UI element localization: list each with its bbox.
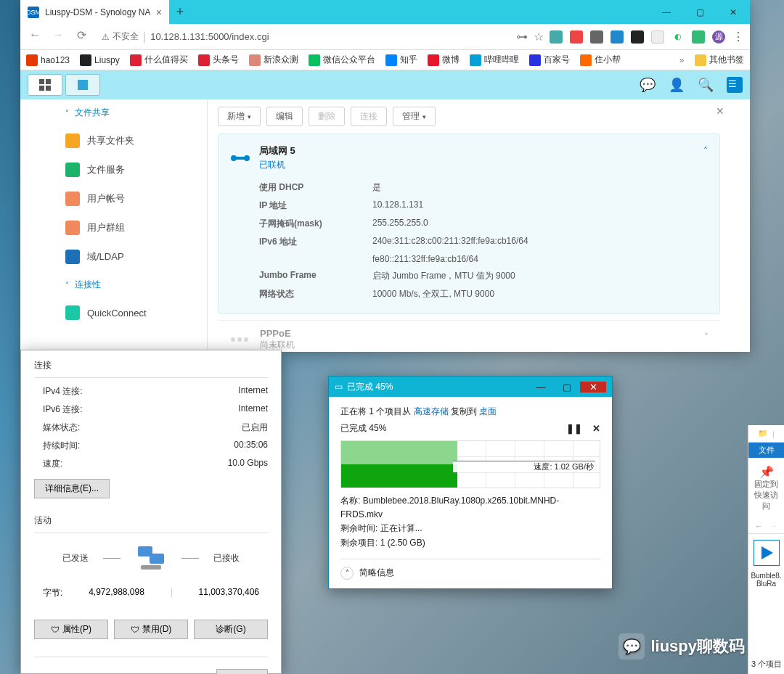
bookmark-item[interactable]: 头条号 [198,54,239,66]
network-pc-icon [135,543,167,572]
pin-quickaccess[interactable]: 📌 固定到快速访问 [748,458,784,519]
back-icon[interactable]: ← [26,28,44,46]
maximize-icon[interactable]: ▢ [683,0,716,24]
search-icon[interactable]: 🔍 [698,77,714,93]
dsm-dashboard-button[interactable] [28,74,62,96]
user-icon[interactable]: 👤 [669,77,685,93]
bookmark-item[interactable]: Liuspy [80,54,120,66]
bookmark-item[interactable]: 微博 [428,54,460,66]
reload-icon[interactable]: ⟳ [73,28,90,46]
ext-icon[interactable] [651,30,664,44]
delete-button: 删除 [309,107,345,126]
bookmark-item[interactable]: hao123 [26,54,70,66]
sidebar-item-icon [65,221,80,235]
sidebar-section-filesharing[interactable]: ˄ 文件共享 [55,99,207,126]
key-icon[interactable]: ⊶ [516,30,528,44]
new-tab-button[interactable]: + [169,4,191,20]
status-row: 持续时间:00:35:06 [34,437,268,455]
maximize-icon[interactable]: ▢ [554,382,580,393]
sidebar-item-icon [65,192,80,206]
widgets-icon[interactable]: ☰ [727,77,743,93]
fewer-details-toggle[interactable]: ˄ 简略信息 [340,559,600,580]
ext-icon[interactable] [570,30,583,44]
sidebar-item-connect-0[interactable]: QuickConnect [55,298,207,327]
bookmark-item[interactable]: 新浪众测 [249,54,298,66]
folder-icon[interactable]: 📁 [758,429,768,438]
properties-button[interactable]: 🛡属性(P) [34,620,108,639]
ext-icon[interactable] [692,30,705,44]
chevron-down-icon[interactable]: ˅ [704,332,709,342]
copy-window-icon: ▭ [335,382,343,392]
bookmark-item[interactable]: 百家号 [529,54,570,66]
edit-button[interactable]: 编辑 [266,107,303,126]
dsm-app: 💬 👤 🔍 ☰ ˄ 文件共享 共享文件夹文件服务用户帐号用户群组域/LDAP ˄… [20,70,750,352]
status-row: IPv4 连接:Internet [34,382,268,400]
ext-icon[interactable] [631,30,644,44]
watermark: 💬 liuspy聊数码 [618,633,745,659]
add-button[interactable]: 新增 ▾ [218,107,261,126]
manage-button[interactable]: 管理 ▾ [393,107,436,126]
network-interface-pppoe[interactable]: ˅ PPPoE 尚未联机 [218,320,720,352]
other-bookmarks[interactable]: » 其他书签 [679,54,744,66]
explorer-file-tab[interactable]: 文件 [748,443,784,458]
diagnose-button[interactable]: 诊断(G) [194,620,268,639]
close-button[interactable]: 关闭(C) [216,669,268,674]
sidebar-item-icon [65,305,80,320]
url-field[interactable]: ⚠ 不安全 | 10.128.1.131:5000/index.cgi [96,30,510,44]
cancel-icon[interactable]: ✕ [592,423,600,434]
minimize-icon[interactable]: — [650,0,683,24]
sidebar-item-fileshare-2[interactable]: 用户帐号 [55,184,207,213]
bookmark-favicon [580,54,592,66]
extension-icons: ◐ 源 ⋮ [550,30,744,44]
sidebar-section-connectivity[interactable]: ˄ 连接性 [55,271,207,298]
tab-close-icon[interactable]: × [156,7,162,18]
bookmark-item[interactable]: 什么值得买 [130,54,188,66]
minimize-icon[interactable]: — [528,382,554,393]
bookmark-item[interactable]: 哔哩哔哩 [470,54,519,66]
dest-link[interactable]: 桌面 [479,406,497,416]
ext-icon[interactable] [590,30,603,44]
source-link[interactable]: 高速存储 [414,406,449,416]
panel-close-icon[interactable]: ✕ [716,105,724,117]
warning-icon: ⚠ [102,32,110,42]
chevron-up-icon[interactable]: ˄ [703,146,708,156]
dsm-main-panel: ✕ 新增 ▾ 编辑 删除 连接 管理 ▾ ˄ 局域网 5 [208,99,730,352]
ext-icon[interactable] [611,30,624,44]
close-icon[interactable]: ✕ [716,0,750,24]
sidebar-item-fileshare-3[interactable]: 用户群组 [55,213,207,242]
interface-status: 已联机 [259,159,295,171]
star-icon[interactable]: ☆ [534,30,544,44]
network-interface-lan5[interactable]: ˄ 局域网 5 已联机 使用 DHCP是IP 地址10.128.1.131子网掩… [218,133,720,314]
insecure-badge[interactable]: ⚠ 不安全 [102,30,139,43]
menu-icon[interactable]: ⋮ [732,30,744,44]
svg-point-9 [237,337,242,342]
ext-icon[interactable] [550,30,563,44]
bookmark-item[interactable]: 知乎 [385,54,417,66]
bookmark-item[interactable]: 微信公众平台 [309,54,375,66]
bookmark-favicon [428,54,439,66]
profile-avatar[interactable]: 源 [712,30,725,44]
connect-button: 连接 [351,107,387,126]
back-icon[interactable]: ← [755,522,763,530]
sidebar-item-fileshare-4[interactable]: 域/LDAP [55,242,207,271]
close-icon[interactable]: ✕ [580,382,606,393]
window-controls: — ▢ ✕ [650,0,750,24]
bookmark-item[interactable]: 住小帮 [580,54,621,66]
disable-button[interactable]: 🛡禁用(D) [114,620,188,639]
details-button[interactable]: 详细信息(E)... [34,479,110,498]
browser-tab[interactable]: DSM Liuspy-DSM - Synology NAS × [20,0,169,24]
sidebar-item-fileshare-1[interactable]: 文件服务 [55,155,207,184]
file-thumbnail[interactable] [754,540,780,566]
network-detail-row: IPv6 地址240e:311:c28:c00:211:32ff:fe9a:cb… [259,233,708,251]
ext-icon[interactable]: ◐ [671,30,685,44]
svg-point-10 [244,337,248,342]
chat-icon[interactable]: 💬 [640,77,656,93]
tab-title: Liuspy-DSM - Synology NAS [45,7,150,17]
explorer-quickaccess-bar: 📁 | [748,425,784,443]
svg-rect-3 [46,86,51,91]
dsm-control-panel-window: ˄ 文件共享 共享文件夹文件服务用户帐号用户群组域/LDAP ˄ 连接性 Qui… [55,99,730,352]
sidebar-item-fileshare-0[interactable]: 共享文件夹 [55,126,207,155]
pin-icon: 📌 [751,465,781,479]
dsm-controlpanel-button[interactable] [65,74,100,96]
pause-icon[interactable]: ❚❚ [566,423,582,434]
